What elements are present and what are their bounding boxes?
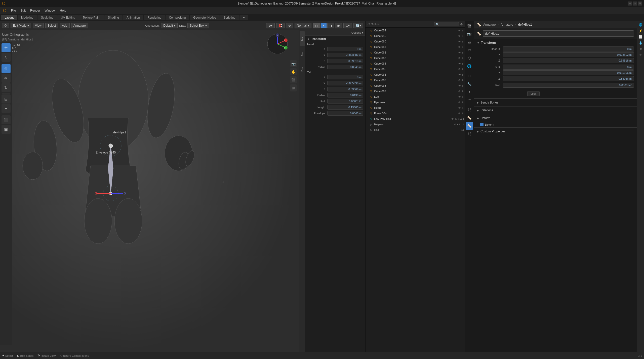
- length-val[interactable]: 0.13605 m: [327, 105, 363, 110]
- side-tab-scene[interactable]: 🌐: [638, 22, 643, 28]
- tab-layout[interactable]: Layout: [1, 15, 17, 20]
- toolbar-cursor[interactable]: ✛: [2, 43, 11, 52]
- props-icon-constraints[interactable]: ⛓: [466, 106, 473, 114]
- tab-modeling[interactable]: Modeling: [18, 15, 37, 20]
- menu-blender[interactable]: ⬡: [1, 7, 9, 14]
- view-menu[interactable]: View: [33, 23, 44, 28]
- vp-icon-hand[interactable]: ✋: [290, 68, 297, 75]
- maximize-button[interactable]: □: [633, 2, 637, 6]
- tab-geometry-nodes[interactable]: Geometry Nodes: [190, 15, 220, 20]
- head-z-val[interactable]: 0.69518 m: [327, 59, 363, 63]
- shading-wire[interactable]: ◻: [313, 23, 320, 28]
- vp-tab-view[interactable]: View: [300, 62, 305, 77]
- toolbar-move[interactable]: ⊕: [2, 64, 11, 73]
- tab-texture-paint[interactable]: Texture Paint: [79, 15, 104, 20]
- bone-tail-x[interactable]: 0 m: [503, 65, 634, 70]
- outliner-item[interactable]: ▽ Cube.068 👁🖱: [366, 83, 465, 88]
- outliner-item[interactable]: ▽ Cube.063 👁🖱: [366, 55, 465, 61]
- gizmo-toggle[interactable]: 🔄▾: [353, 23, 363, 28]
- menu-edit[interactable]: Edit: [18, 8, 28, 13]
- menu-file[interactable]: File: [9, 8, 18, 13]
- menu-window[interactable]: Window: [43, 8, 57, 13]
- tab-shading[interactable]: Shading: [104, 15, 123, 20]
- outliner-item[interactable]: ▽ Cube.064 👁🖱: [366, 61, 465, 66]
- roll-val[interactable]: 0.000014°: [327, 99, 363, 104]
- outliner-item[interactable]: ▽ Eyebrow 👁🖱: [366, 99, 465, 105]
- shading-material[interactable]: ◑: [327, 23, 334, 28]
- tab-sculpting[interactable]: Sculpting: [37, 15, 57, 20]
- shading-solid[interactable]: ●: [320, 23, 327, 28]
- outliner-item[interactable]: ▽ Cube.065 👁🖱: [366, 66, 465, 72]
- vp-icon-camera[interactable]: 📷: [290, 60, 297, 67]
- viewport-3d[interactable]: Z X User Orthographic (97) Armature : de…: [0, 30, 299, 352]
- tail-y-val[interactable]: -0.035996 m: [327, 81, 363, 85]
- relations-header[interactable]: Relations: [474, 107, 637, 114]
- props-icon-scene2[interactable]: ⬡: [466, 54, 473, 62]
- tab-rendering[interactable]: Rendering: [144, 15, 165, 20]
- navigation-gizmo[interactable]: X Y Z: [266, 33, 289, 55]
- props-icon-physics[interactable]: 〰: [466, 96, 473, 104]
- envelope-val[interactable]: 0.0345 m: [327, 111, 363, 116]
- select-menu[interactable]: Select: [45, 23, 58, 28]
- props-icon-particles[interactable]: ✦: [466, 88, 473, 96]
- drag-dropdown[interactable]: Select Box ▾: [187, 23, 209, 28]
- bone-transform-header[interactable]: Transform: [477, 41, 634, 44]
- lock-button[interactable]: Lock: [527, 91, 540, 96]
- toolbar-extrude[interactable]: ✦: [2, 104, 11, 113]
- outliner-item[interactable]: ▽ Cube.060 👁🖱: [366, 39, 465, 44]
- outliner-item[interactable]: ▽ Head 👁🖱: [366, 105, 465, 111]
- outliner-item[interactable]: ▽ Cube.061 👁🖱: [366, 44, 465, 50]
- snap-toggle[interactable]: 🧲: [276, 23, 285, 28]
- outliner-item[interactable]: ▽ Plane.004 👁🖱: [366, 111, 465, 116]
- outliner-item[interactable]: ▽ Cube.055 👁🖱: [366, 33, 465, 39]
- outliner-item-hair[interactable]: ▷ Hair ·13: [366, 127, 465, 133]
- outliner-item[interactable]: ▽ Eye 👁🖱: [366, 94, 465, 99]
- side-tab-quadremesh[interactable]: ⬜: [638, 34, 643, 40]
- outliner-item-helpers[interactable]: ▷ Helpers ·3 ▼2 ·10: [366, 122, 465, 127]
- bone-head-y[interactable]: -0.023502 m: [503, 52, 634, 57]
- side-tab-edit[interactable]: ✏: [638, 52, 643, 58]
- minimize-button[interactable]: ─: [628, 2, 632, 6]
- tab-animation[interactable]: Animation: [123, 15, 143, 20]
- props-icon-view-layer[interactable]: 🗂: [466, 46, 473, 54]
- tab-add[interactable]: +: [239, 15, 248, 20]
- props-icon-object[interactable]: □: [466, 72, 473, 80]
- head-y-val[interactable]: -0.023502 m: [327, 53, 363, 57]
- outliner-item[interactable]: ▽ Cube.054 👁🖱: [366, 28, 465, 33]
- tab-uv-editing[interactable]: UV Editing: [57, 15, 79, 20]
- side-tab-fluent[interactable]: 💧: [638, 40, 643, 46]
- props-icon-world[interactable]: 🌐: [466, 62, 473, 70]
- tab-compositing[interactable]: Compositing: [166, 15, 189, 20]
- tail-radius-val[interactable]: 0.0138 m: [327, 93, 363, 97]
- pivot-dropdown[interactable]: ⊙▾: [266, 23, 275, 28]
- props-icon-scene[interactable]: 🎬: [466, 22, 473, 30]
- bone-tail-y[interactable]: -0.035996 m: [503, 70, 634, 75]
- mode-dropdown[interactable]: Edit Mode ▾: [11, 23, 31, 28]
- custom-props-header[interactable]: Custom Properties: [474, 128, 637, 135]
- menu-render[interactable]: Render: [28, 8, 42, 13]
- armature-menu[interactable]: Armature: [71, 23, 88, 28]
- menu-help[interactable]: Help: [58, 8, 68, 13]
- editor-type-dropdown[interactable]: ⬡: [2, 23, 9, 28]
- bone-head-z[interactable]: 0.69518 m: [503, 58, 634, 63]
- toolbar-add-bone[interactable]: ⊞: [2, 94, 11, 104]
- options-button[interactable]: Options ▾: [351, 31, 363, 34]
- toolbar-select[interactable]: ↖: [2, 53, 11, 62]
- toolbar-annotate[interactable]: ✏: [2, 74, 11, 83]
- tail-z-val[interactable]: 0.83066 m: [327, 87, 363, 91]
- props-icon-bone[interactable]: 🦴: [466, 122, 473, 130]
- props-icon-bone-constraints[interactable]: ⛓: [466, 130, 473, 138]
- outliner-item[interactable]: ▽ Cube.069 👁🖱: [366, 88, 465, 94]
- shading-render[interactable]: ◉: [335, 23, 342, 28]
- side-tab-speedretopo[interactable]: ⚡: [638, 28, 643, 34]
- props-icon-output[interactable]: 🖨: [466, 38, 473, 46]
- vp-icon-film[interactable]: 🎬: [290, 76, 297, 83]
- toolbar-paint[interactable]: ▣: [2, 125, 11, 134]
- overlay-toggle[interactable]: ⬡▾: [343, 23, 352, 28]
- head-x-val[interactable]: 0 m: [327, 47, 363, 51]
- vp-tab-tool[interactable]: Tool: [300, 46, 305, 62]
- close-button[interactable]: ✕: [638, 2, 642, 6]
- outliner-item[interactable]: ▽ Cube.062 👁🖱: [366, 50, 465, 55]
- props-icon-object-data[interactable]: 🦴: [466, 114, 473, 122]
- bendy-bones-header[interactable]: Bendy Bones: [474, 99, 637, 106]
